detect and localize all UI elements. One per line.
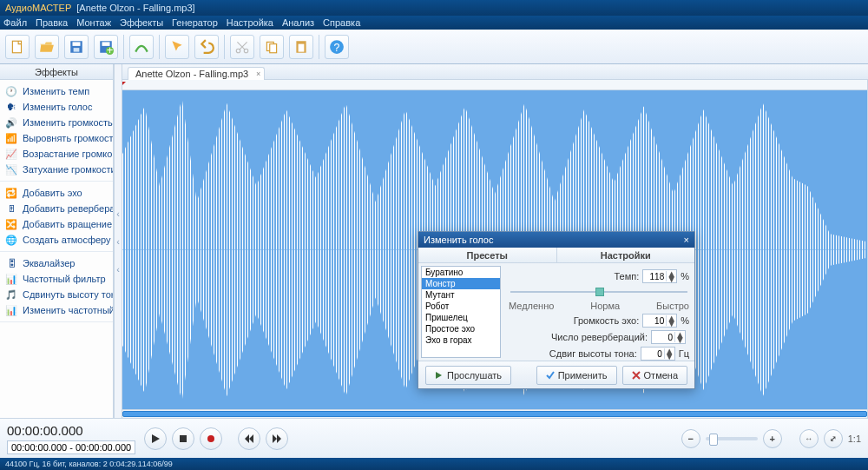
svg-text:+: + (107, 43, 113, 54)
menu-effects[interactable]: Эффекты (120, 17, 163, 28)
sidebar-item-label: Сдвинуть высоту тона (23, 289, 113, 300)
menu-montage[interactable]: Монтаж (76, 17, 111, 28)
next-button[interactable] (266, 427, 288, 450)
play-button[interactable] (144, 427, 167, 450)
sidebar-item[interactable]: 📶Выровнять громкость (0, 130, 113, 146)
echo-spinner[interactable]: ▲▼ (642, 314, 677, 328)
svg-rect-16 (180, 435, 187, 442)
effect-icon: 🔀 (5, 218, 17, 230)
dialog-close-icon[interactable]: × (684, 235, 689, 245)
listen-button[interactable]: Прослушать (425, 366, 511, 385)
pitch-input[interactable] (641, 349, 664, 359)
preset-item[interactable]: Монстр (422, 278, 500, 289)
range-from[interactable]: 00:00:00.000 (11, 442, 67, 453)
svg-rect-2 (73, 42, 81, 46)
sidebar-item[interactable]: 🌐Создать атмосферу (0, 232, 113, 248)
dialog-titlebar[interactable]: Изменить голос × (418, 232, 694, 248)
file-name: [Anette Olzon - Falling.mp3] (76, 3, 194, 13)
record-button[interactable] (200, 427, 222, 450)
zoom-in-button[interactable]: + (763, 429, 782, 448)
cut-button[interactable] (230, 35, 254, 59)
menu-edit[interactable]: Правка (36, 17, 68, 28)
presets-list[interactable]: БуратиноМонстрМутантРоботПришелецПростое… (421, 266, 501, 358)
dialog-title: Изменить голос (424, 235, 493, 245)
slider-fast-label: Быстро (656, 301, 689, 311)
effect-icon: 🕐 (5, 85, 17, 97)
effect-icon: 🗣 (5, 101, 17, 113)
stop-button[interactable] (172, 427, 194, 450)
sidebar-item[interactable]: 🎚Добавить реверберацию (0, 201, 113, 216)
cancel-button[interactable]: Отмена (622, 366, 687, 385)
undo-button[interactable] (194, 35, 219, 59)
time-ruler[interactable] (122, 80, 867, 90)
tab-label: Anette Olzon - Falling.mp3 (135, 69, 248, 79)
main-panel: Anette Olzon - Falling.mp3× Изменить гол… (122, 64, 868, 418)
sidebar-item[interactable]: 📈Возрастание громкости (0, 146, 113, 162)
transport-bar: 00:00:00.000 00:00:00.000 - 00:00:00.000… (0, 418, 868, 458)
time-display: 00:00:00.000 (7, 423, 135, 438)
sidebar-item[interactable]: 📊Изменить частотный спектр (0, 302, 113, 318)
svg-rect-11 (270, 43, 277, 52)
range-to[interactable]: 00:00:00.000 (76, 442, 131, 453)
sidebar-item[interactable]: 📉Затухание громкости (0, 162, 113, 177)
sidebar-item[interactable]: 📊Частотный фильтр (0, 271, 113, 287)
select-button[interactable] (165, 35, 189, 59)
preset-item[interactable]: Мутант (422, 289, 500, 301)
sidebar-item-label: Добавить вращение каналов (23, 219, 113, 229)
sidebar-item[interactable]: 🔁Добавить эхо (0, 185, 113, 201)
effect-icon: 📊 (5, 304, 17, 316)
sidebar-item[interactable]: 🔀Добавить вращение каналов (0, 216, 113, 232)
titlebar: АудиоМАСТЕР [Anette Olzon - Falling.mp3] (0, 0, 868, 16)
sidebar-item-label: Изменить громкость (23, 117, 113, 128)
pitch-spinner[interactable]: ▲▼ (641, 347, 675, 361)
file-tab[interactable]: Anette Olzon - Falling.mp3× (128, 67, 265, 80)
new-button[interactable] (5, 35, 30, 59)
menubar[interactable]: Файл Правка Монтаж Эффекты Генератор Нас… (0, 16, 868, 30)
tab-bar: Anette Olzon - Falling.mp3× (122, 64, 868, 80)
save-button[interactable] (64, 35, 89, 59)
sidebar-handle[interactable]: ‹‹‹ (114, 64, 122, 418)
menu-file[interactable]: Файл (3, 17, 27, 28)
mix-button[interactable] (129, 35, 154, 59)
sidebar-item[interactable]: 🎵Сдвинуть высоту тона (0, 287, 113, 302)
zoom-out-button[interactable]: − (681, 429, 700, 448)
fit-h-button[interactable]: ↔ (799, 429, 819, 448)
tempo-spinner[interactable]: ▲▼ (642, 269, 677, 283)
help-button[interactable]: ? (325, 35, 349, 59)
preset-item[interactable]: Буратино (422, 267, 500, 278)
range-box[interactable]: 00:00:00.000 - 00:00:00.000 (7, 440, 135, 454)
fit-sel-button[interactable]: ⤢ (824, 429, 843, 448)
preset-item[interactable]: Пришелец (422, 312, 500, 323)
sidebar-item[interactable]: 🎛Эквалайзер (0, 255, 113, 271)
menu-analysis[interactable]: Анализ (282, 17, 314, 28)
open-button[interactable] (35, 35, 59, 59)
status-bar: 44100 Гц, 16 бит, каналов: 2 0:04:29.114… (0, 458, 868, 470)
sidebar-item-label: Изменить частотный спектр (23, 305, 113, 315)
preset-item[interactable]: Простое эхо (422, 323, 500, 334)
menu-help[interactable]: Справка (323, 17, 360, 28)
copy-button[interactable] (260, 35, 284, 59)
presets-header: Пресеты (418, 248, 557, 262)
effect-icon: 🔊 (5, 116, 17, 129)
sidebar-item[interactable]: 🗣Изменить голос (0, 99, 113, 115)
preset-item[interactable]: Робот (422, 301, 500, 312)
reverb-input[interactable] (652, 333, 674, 342)
sidebar-item[interactable]: 🔊Изменить громкость (0, 115, 113, 130)
tempo-slider[interactable] (510, 287, 687, 297)
overview-scrollbar[interactable] (122, 409, 867, 418)
echo-input[interactable] (643, 316, 666, 326)
sidebar-item-label: Изменить голос (23, 102, 92, 112)
menu-generator[interactable]: Генератор (172, 17, 218, 28)
zoom-slider[interactable] (706, 437, 758, 440)
paste-button[interactable] (289, 35, 313, 59)
save-as-button[interactable]: + (94, 35, 118, 59)
tab-close-icon[interactable]: × (256, 70, 260, 78)
pitch-unit: Гц (679, 348, 689, 359)
reverb-spinner[interactable]: ▲▼ (651, 330, 686, 344)
tempo-input[interactable] (643, 272, 666, 281)
preset-item[interactable]: Эхо в горах (422, 334, 500, 346)
menu-settings[interactable]: Настройка (227, 17, 273, 28)
apply-button[interactable]: Применить (536, 366, 617, 385)
sidebar-item[interactable]: 🕐Изменить темп (0, 83, 113, 99)
prev-button[interactable] (238, 427, 260, 450)
